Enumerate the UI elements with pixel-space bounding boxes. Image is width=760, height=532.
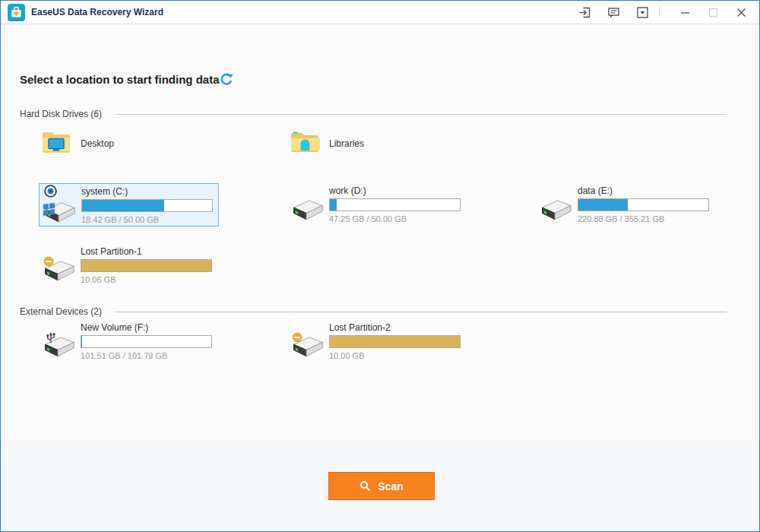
titlebar-separator <box>659 6 660 19</box>
usage-bar-fill <box>81 260 211 271</box>
section-header-external-devices: External Devices (2) <box>20 306 102 317</box>
app-logo-icon <box>8 4 25 21</box>
drive-name: New Volume (F:) <box>81 322 148 333</box>
usage-bar <box>329 335 461 348</box>
scan-button-label: Scan <box>378 480 403 492</box>
usage-bar <box>329 198 461 211</box>
signin-button[interactable] <box>572 1 597 24</box>
feedback-icon <box>607 6 620 19</box>
location-label: Desktop <box>81 138 114 149</box>
drive-item-work-d[interactable]: work (D:) 47.25 GB / 50.00 GB <box>287 183 467 226</box>
feedback-button[interactable] <box>600 1 626 24</box>
usage-bar-fill <box>81 336 82 347</box>
drive-item-new-volume-f[interactable]: New Volume (F:) 101.51 GB / 101.79 GB <box>39 320 219 363</box>
scan-button[interactable]: Scan <box>328 472 435 500</box>
usage-bar <box>81 335 212 348</box>
close-icon <box>736 7 747 18</box>
drive-icon <box>538 194 573 224</box>
refresh-button[interactable] <box>220 73 233 87</box>
drive-name: system (C:) <box>81 186 128 197</box>
usage-bar-fill <box>330 336 460 347</box>
chevron-down-icon <box>636 6 649 19</box>
section-divider <box>115 114 727 115</box>
drive-size-label: 220.88 GB / 355.21 GB <box>578 214 664 223</box>
drive-size-label: 10.06 GB <box>81 275 116 284</box>
drive-size-label: 18.42 GB / 50.00 GB <box>81 215 159 224</box>
drive-size-label: 101.51 GB / 101.79 GB <box>81 351 167 360</box>
location-item-desktop[interactable]: Desktop <box>39 127 219 160</box>
app-title: EaseUS Data Recovery Wizard <box>31 7 163 17</box>
section-header-hard-disk-drives: Hard Disk Drives (6) <box>20 109 102 119</box>
usage-bar <box>81 259 212 272</box>
drive-item-lost-partition-1[interactable]: Lost Partition-1 10.06 GB <box>39 244 219 287</box>
drive-name: data (E:) <box>578 185 613 196</box>
minimize-icon <box>679 7 691 18</box>
windows-drive-icon <box>42 196 77 226</box>
drive-icon <box>290 194 325 224</box>
drive-item-system-c[interactable]: system (C:) 18.42 GB / 50.00 GB <box>39 183 219 226</box>
drive-item-data-e[interactable]: data (E:) 220.88 GB / 355.21 GB <box>536 183 716 226</box>
search-icon <box>359 480 371 492</box>
drive-size-label: 10.00 GB <box>329 351 364 360</box>
lost-partition-drive-icon <box>290 331 325 361</box>
easeus-data-recovery-window: { "titlebar": { "app_title": "EaseUS Dat… <box>0 0 760 532</box>
menu-dropdown-button[interactable] <box>629 1 655 24</box>
drive-size-label: 47.25 GB / 50.00 GB <box>329 214 407 223</box>
page-title: Select a location to start finding data <box>20 73 220 86</box>
drive-item-lost-partition-2[interactable]: Lost Partition-2 10.00 GB <box>287 320 467 363</box>
section-divider <box>115 312 727 312</box>
desktop-folder-icon <box>41 128 76 159</box>
content-background <box>1 24 759 440</box>
lost-partition-drive-icon <box>41 255 76 285</box>
drive-name: Lost Partition-2 <box>329 322 391 333</box>
usb-drive-icon <box>41 331 76 361</box>
close-button[interactable] <box>728 1 754 24</box>
usage-bar-fill <box>82 200 164 211</box>
maximize-icon <box>708 7 719 18</box>
location-label: Libraries <box>329 138 364 149</box>
drive-name: Lost Partition-1 <box>81 246 142 257</box>
drive-name: work (D:) <box>329 185 366 196</box>
usage-bar-fill <box>578 199 628 211</box>
usage-bar <box>81 199 213 212</box>
libraries-folder-icon <box>290 128 325 159</box>
refresh-icon <box>220 73 233 87</box>
minimize-button[interactable] <box>672 1 698 24</box>
usage-bar <box>578 198 709 211</box>
titlebar: EaseUS Data Recovery Wizard <box>1 1 759 24</box>
signin-icon <box>578 6 591 19</box>
maximize-button[interactable] <box>700 1 726 24</box>
location-item-libraries[interactable]: Libraries <box>287 127 467 160</box>
usage-bar-fill <box>330 199 337 211</box>
